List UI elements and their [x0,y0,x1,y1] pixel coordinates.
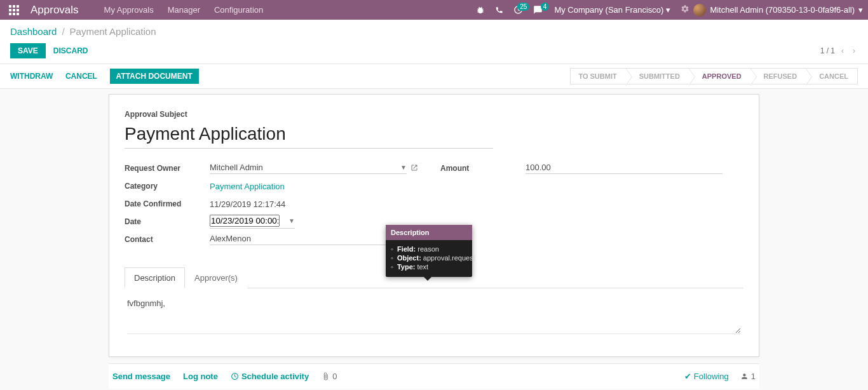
breadcrumb-current: Payment Application [70,26,156,37]
svg-rect-5 [17,9,19,11]
status-to-submit[interactable]: TO SUBMIT [570,68,625,84]
tooltip-object-label: Object: [397,254,421,262]
tab-approvers[interactable]: Approver(s) [185,267,247,288]
schedule-activity-button[interactable]: Schedule activity [231,372,309,381]
contact-field[interactable] [210,234,407,245]
breadcrumb: Dashboard / Payment Application [10,26,858,37]
check-icon: ✔ [684,372,691,381]
tooltip-object-value: approval.request [423,254,475,262]
activities-badge: 25 [517,3,529,11]
tab-description[interactable]: Description [125,267,185,288]
gear-icon[interactable] [681,4,689,15]
following-label: Following [694,372,729,381]
withdraw-button[interactable]: WITHDRAW [10,72,53,81]
pager-prev-icon[interactable]: ‹ [839,44,846,58]
date-field[interactable]: ▼ [210,215,295,229]
chevron-down-icon: ▾ [858,5,863,15]
tooltip-type-label: Type: [397,263,416,271]
discard-button[interactable]: DISCARD [53,46,88,55]
statusbar: WITHDRAW CANCEL ATTACH DOCUMENT TO SUBMI… [0,64,868,89]
cancel-button[interactable]: CANCEL [65,72,97,81]
svg-rect-2 [17,5,19,8]
company-switcher[interactable]: My Company (San Francisco) ▾ [554,5,670,15]
breadcrumb-root[interactable]: Dashboard [10,26,57,37]
svg-rect-1 [13,5,15,8]
tooltip-title: Description [386,225,472,240]
log-note-button[interactable]: Log note [183,372,218,381]
svg-rect-3 [9,9,11,11]
date-label: Date [125,217,210,226]
messages-icon[interactable]: 4 [533,5,543,15]
request-owner-label: Request Owner [125,164,210,173]
svg-rect-8 [17,13,19,15]
pager-next-icon[interactable]: › [850,44,858,58]
date-confirmed-label: Date Confirmed [125,199,210,208]
svg-rect-6 [9,13,11,15]
chevron-down-icon[interactable]: ▼ [288,217,295,224]
category-value[interactable]: Payment Application [210,182,428,191]
svg-rect-0 [9,5,11,8]
chevron-down-icon[interactable]: ▼ [400,164,407,171]
user-name: Mitchell Admin (709350-13-0-0fa9f6-all) [710,5,855,15]
tooltip-type-value: text [417,263,428,271]
status-steps: TO SUBMIT SUBMITTED APPROVED REFUSED CAN… [570,68,858,84]
pager: 1 / 1 ‹ › [820,44,858,58]
contact-label: Contact [125,235,210,244]
description-textarea[interactable] [127,297,741,334]
date-input[interactable] [210,215,280,227]
status-refused[interactable]: REFUSED [750,68,806,84]
subject-input[interactable] [125,123,493,149]
external-link-icon[interactable] [410,164,418,173]
field-tooltip: Description Field:reason Object:approval… [386,225,472,277]
app-brand[interactable]: Approvals [31,4,79,17]
person-icon [740,372,749,380]
amount-input[interactable] [526,163,722,172]
company-name: My Company (San Francisco) [554,5,663,15]
user-menu[interactable]: Mitchell Admin (709350-13-0-0fa9f6-all) … [693,4,863,17]
tooltip-field-label: Field: [397,245,416,253]
save-button[interactable]: SAVE [10,43,46,58]
chatter: Send message Log note Schedule activity … [109,363,759,389]
paperclip-icon [322,372,330,380]
date-confirmed-value: 11/29/2019 12:17:44 [210,199,428,209]
schedule-activity-label: Schedule activity [241,372,309,381]
send-message-button[interactable]: Send message [112,372,170,381]
activities-icon[interactable]: 25 [513,5,523,15]
followers-button[interactable]: 1 [740,372,756,381]
avatar [693,4,706,17]
nav-my-approvals[interactable]: My Approvals [104,5,154,15]
control-panel: Dashboard / Payment Application SAVE DIS… [0,20,868,64]
status-cancel[interactable]: CANCEL [806,68,858,84]
svg-rect-7 [13,13,15,15]
chevron-down-icon: ▾ [666,5,670,15]
pager-value[interactable]: 1 / 1 [820,46,835,55]
phone-icon[interactable] [495,6,503,14]
messages-badge: 4 [541,3,550,11]
clock-icon [231,372,239,380]
apps-menu-icon[interactable] [5,1,23,19]
attachments-count: 0 [332,372,337,381]
contact-input[interactable] [210,234,407,243]
attachments-button[interactable]: 0 [322,372,337,381]
attach-document-button[interactable]: ATTACH DOCUMENT [110,69,199,84]
subject-label: Approval Subject [125,110,743,119]
request-owner-field[interactable]: ▼ [210,163,407,174]
svg-rect-4 [13,9,15,11]
breadcrumb-separator: / [62,26,64,37]
nav-configuration[interactable]: Configuration [214,5,263,15]
tooltip-field-value: reason [417,245,439,253]
request-owner-input[interactable] [210,163,398,172]
category-label: Category [125,182,210,191]
status-approved[interactable]: APPROVED [689,68,750,84]
top-nav: Approvals My Approvals Manager Configura… [0,0,868,20]
following-button[interactable]: ✔ Following [684,372,729,381]
debug-icon[interactable] [476,6,485,15]
status-submitted[interactable]: SUBMITTED [626,68,689,84]
amount-label: Amount [440,164,526,173]
followers-count: 1 [751,372,756,381]
nav-manager[interactable]: Manager [168,5,200,15]
amount-field[interactable] [526,163,722,174]
